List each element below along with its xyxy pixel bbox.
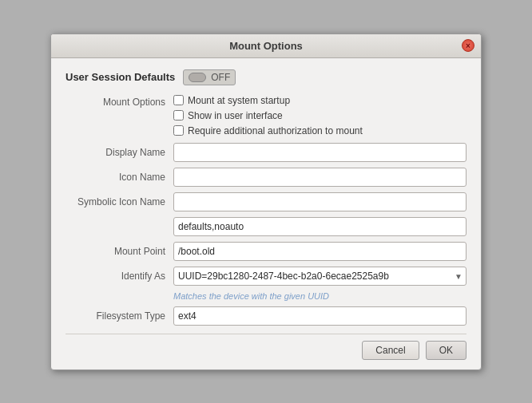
toggle-indicator (189, 73, 206, 82)
require-auth-checkbox[interactable] (173, 125, 184, 136)
close-button[interactable]: × (462, 39, 474, 52)
checkbox-require-auth[interactable]: Require additional authorization to moun… (173, 125, 363, 136)
symbolic-icon-name-input[interactable] (173, 192, 466, 211)
options-value-input[interactable] (173, 217, 466, 236)
checkbox-label-auth: Require additional authorization to moun… (188, 125, 363, 136)
display-name-label: Display Name (66, 147, 173, 158)
dialog-title: Mount Options (229, 40, 303, 52)
display-name-row: Display Name (66, 143, 466, 162)
icon-name-label: Icon Name (66, 172, 173, 183)
show-in-ui-checkbox[interactable] (173, 110, 184, 121)
mount-options-section: Mount Options Mount at system startup Sh… (66, 95, 466, 136)
checkbox-label-ui: Show in user interface (188, 110, 283, 121)
close-icon: × (466, 41, 470, 50)
icon-name-input[interactable] (173, 168, 466, 187)
dialog-content: User Session Defaults OFF Mount Options … (51, 58, 481, 369)
ok-button[interactable]: OK (426, 341, 466, 360)
titlebar: Mount Options × (51, 34, 481, 58)
user-session-row: User Session Defaults OFF (66, 69, 466, 85)
symbolic-icon-name-row: Symbolic Icon Name (66, 192, 466, 211)
icon-name-row: Icon Name (66, 168, 466, 187)
filesystem-type-input[interactable] (173, 306, 466, 326)
cancel-button[interactable]: Cancel (362, 341, 419, 360)
checkbox-mount-at-startup[interactable]: Mount at system startup (173, 95, 363, 106)
options-value-row (66, 217, 466, 236)
session-toggle-button[interactable]: OFF (183, 69, 236, 85)
user-session-label: User Session Defaults (66, 71, 175, 83)
symbolic-icon-name-label: Symbolic Icon Name (66, 196, 173, 207)
checkbox-label-startup: Mount at system startup (188, 95, 290, 106)
identify-as-wrapper: UUID=29bc1280-2487-4bec-b2a0-6ecae2525a9… (173, 267, 466, 286)
filesystem-type-row: Filesystem Type (66, 306, 466, 326)
toggle-label: OFF (211, 72, 230, 83)
identify-as-select[interactable]: UUID=29bc1280-2487-4bec-b2a0-6ecae2525a9… (173, 267, 466, 286)
buttons-row: Cancel OK (66, 334, 466, 360)
identify-as-row: Identify As UUID=29bc1280-2487-4bec-b2a0… (66, 267, 466, 286)
checkbox-show-ui[interactable]: Show in user interface (173, 110, 363, 121)
mount-at-startup-checkbox[interactable] (173, 95, 184, 105)
identify-as-label: Identify As (66, 271, 173, 282)
mount-options-label: Mount Options (66, 95, 173, 108)
display-name-input[interactable] (173, 143, 466, 162)
checkboxes-container: Mount at system startup Show in user int… (173, 95, 363, 136)
hint-text: Matches the device with the given UUID (173, 291, 466, 301)
filesystem-type-label: Filesystem Type (66, 310, 173, 322)
mount-point-label: Mount Point (66, 246, 173, 257)
mount-options-dialog: Mount Options × User Session Defaults OF… (50, 34, 482, 370)
mount-point-row: Mount Point (66, 242, 466, 261)
mount-point-input[interactable] (173, 242, 466, 261)
